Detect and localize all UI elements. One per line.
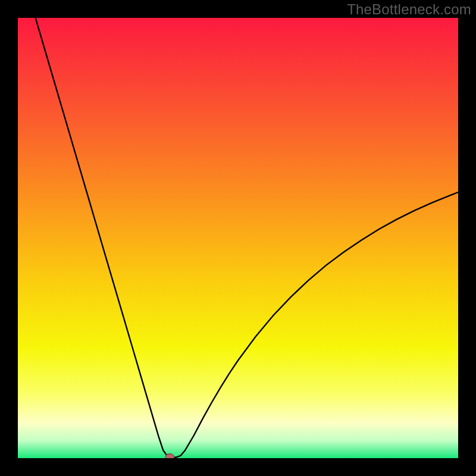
plot-background [18,18,458,458]
watermark-text: TheBottleneck.com [347,1,471,18]
optimal-point-marker [165,454,174,458]
bottleneck-plot [18,18,458,458]
chart-frame: TheBottleneck.com [0,0,476,476]
